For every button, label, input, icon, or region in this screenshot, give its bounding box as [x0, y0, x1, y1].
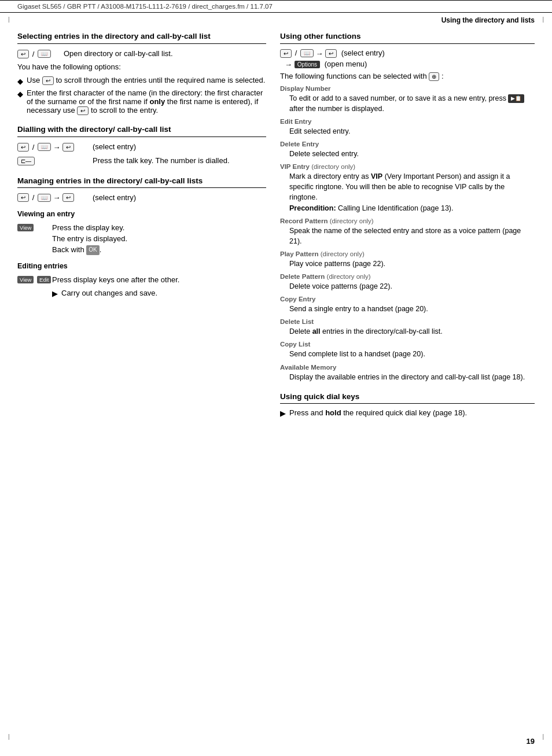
func-play-pattern-body: Play voice patterns (page 22). [289, 259, 535, 269]
bullet-2-text: Enter the first character of the name (i… [27, 88, 266, 115]
nav-key-9: ↩ [325, 49, 337, 58]
section-selecting: Selecting entries in the directory and c… [17, 31, 266, 115]
func-play-pattern: Play Pattern (directory only) [280, 250, 535, 257]
manage-select-row: ↩ / 📖 → ↩ (select entry) [17, 193, 266, 204]
arrow-bullet-2: ▶ [280, 409, 286, 418]
dir-key-4: 📖 [300, 49, 314, 57]
edit-button[interactable]: Edit [37, 276, 51, 283]
left-column: Selecting entries in the directory and c… [17, 31, 266, 427]
func-display-number-body: To edit or add to a saved number, or to … [289, 93, 535, 114]
section-managing-heading: Managing entries in the directory/ call-… [17, 176, 266, 189]
ok-button[interactable]: OK [86, 245, 99, 255]
edit-row: View Edit Press display keys one after t… [17, 275, 266, 286]
quick-dial-text: Press and hold the required quick dial k… [289, 408, 467, 417]
nav-key-1: ↩ [17, 50, 29, 58]
edit-text: Press display keys one after the other. [52, 275, 266, 286]
sub-editing-heading: Editing entries [17, 261, 266, 272]
arrow-bullet: ▶ [52, 289, 58, 298]
section-quick-dial: Using quick dial keys ▶ Press and hold t… [280, 392, 535, 418]
edit-bullet: ▶ Carry out changes and save. [52, 289, 266, 298]
func-copy-list: Copy List [280, 341, 535, 348]
right-header: Using the directory and lists [0, 13, 552, 25]
nav-key-7: ↩ [62, 193, 74, 202]
manage-select-text: (select entry) [93, 193, 266, 204]
nav-key-5: ↩ [62, 143, 74, 152]
bullet-1: ◆ Use ↩ to scroll through the entries un… [17, 76, 266, 86]
corner-mark-br: | [542, 733, 544, 740]
func-delete-entry-body: Delete selected entry. [289, 149, 535, 159]
section-dialling-heading: Dialling with the directory/ call-by-cal… [17, 124, 266, 137]
func-copy-entry-body: Send a single entry to a handset (page 2… [289, 304, 535, 314]
nav-key-6: ↩ [17, 193, 29, 202]
dial-select-text: (select entry) [93, 142, 266, 153]
section-managing: Managing entries in the directory/ call-… [17, 176, 266, 298]
open-dir-keys: ↩ / 📖 [17, 49, 64, 58]
func-delete-list: Delete List [280, 318, 535, 325]
bullet-1-text: Use ↩ to scroll through the entries unti… [27, 76, 265, 85]
dial-keys: ↩ / 📖 → ↩ [17, 142, 93, 152]
open-dir-row: ↩ / 📖 Open directory or call-by-call lis… [17, 49, 266, 60]
nav-key-3: ↩ [77, 106, 89, 115]
func-delete-entry: Delete Entry [280, 141, 535, 147]
func-available-memory-body: Display the available entries in the dir… [289, 372, 535, 382]
corner-mark-tr: | [542, 16, 544, 23]
options-intro: You have the following options: [17, 62, 266, 73]
dial-select-row: ↩ / 📖 → ↩ (select entry) [17, 142, 266, 153]
func-available-memory: Available Memory [280, 364, 535, 371]
content-area: Selecting entries in the directory and c… [0, 25, 552, 438]
other-functions-heading: Using other functions [280, 31, 535, 44]
view-text: Press the display key. The entry is disp… [52, 223, 266, 256]
func-record-pattern-body: Speak the name of the selected entry and… [289, 226, 535, 246]
functions-intro: The following functions can be selected … [280, 72, 535, 81]
nav-key-4: ↩ [17, 143, 29, 152]
nav-key-8: ↩ [280, 49, 292, 58]
func-display-number: Display Number [280, 85, 535, 92]
view-row: View Press the display key. The entry is… [17, 223, 266, 256]
page-number: 19 [527, 737, 535, 746]
func-edit-entry-body: Edit selected entry. [289, 126, 535, 137]
talk-key-icon: ⊏— [17, 157, 35, 165]
bullet-2: ◆ Enter the first character of the name … [17, 88, 266, 115]
quick-dial-bullet: ▶ Press and hold the required quick dial… [280, 408, 535, 418]
page-wrapper: | | | | Gigaset SL565 / GBR PTT / A31008… [0, 0, 552, 756]
corner-mark-tl: | [8, 16, 10, 23]
header-text: Gigaset SL565 / GBR PTT / A31008-M1715-L… [17, 3, 273, 10]
open-dir-text: Open directory or call-by-call list. [64, 49, 266, 60]
talk-key-row: ⊏— Press the talk key. The number is dia… [17, 156, 266, 167]
nav-key-2: ↩ [42, 76, 54, 85]
view-button-2[interactable]: View [17, 276, 34, 283]
arrow-3: → [316, 49, 326, 58]
other-select-row: ↩ / 📖 → ↩ (select entry) [280, 49, 535, 58]
scroll-key: ⊕ [429, 72, 439, 81]
func-edit-entry: Edit Entry [280, 118, 535, 125]
options-row: → Options (open menu) [285, 60, 535, 69]
func-vip-entry-body: Mark a directory entry as VIP (Very Impo… [289, 171, 535, 213]
diamond-1: ◆ [17, 77, 23, 86]
diamond-2: ◆ [17, 90, 23, 98]
section-other-functions: Using other functions ↩ / 📖 → ↩ (select … [280, 31, 535, 382]
arrow-1: → [53, 143, 63, 152]
func-record-pattern: Record Pattern (directory only) [280, 217, 535, 224]
section-dialling: Dialling with the directory/ call-by-cal… [17, 124, 266, 166]
quick-dial-heading: Using quick dial keys [280, 392, 535, 404]
right-header-text: Using the directory and lists [441, 16, 535, 24]
header-bar: Gigaset SL565 / GBR PTT / A31008-M1715-L… [0, 0, 552, 13]
options-button[interactable]: Options [295, 61, 320, 68]
save-key: ▶📋 [508, 94, 524, 103]
dir-key-2: 📖 [38, 143, 51, 151]
talk-key-text: Press the talk key. The number is dialle… [93, 156, 266, 167]
arrow-4: → [285, 60, 292, 69]
func-delete-pattern-body: Delete voice patterns (page 22). [289, 281, 535, 292]
arrow-2: → [53, 193, 63, 202]
func-copy-list-body: Send complete list to a handset (page 20… [289, 349, 535, 359]
func-vip-entry: VIP Entry (directory only) [280, 163, 535, 170]
func-delete-list-body: Delete all entries in the directory/call… [289, 326, 535, 337]
func-copy-entry: Copy Entry [280, 296, 535, 303]
corner-mark-bl: | [8, 733, 10, 740]
view-button[interactable]: View [17, 224, 34, 231]
sub-viewing-heading: Viewing an entry [17, 209, 266, 220]
func-delete-pattern: Delete Pattern (directory only) [280, 273, 535, 280]
dir-key-1: 📖 [38, 50, 51, 58]
right-column: Using other functions ↩ / 📖 → ↩ (select … [280, 31, 535, 427]
section-selecting-heading: Selecting entries in the directory and c… [17, 31, 266, 44]
